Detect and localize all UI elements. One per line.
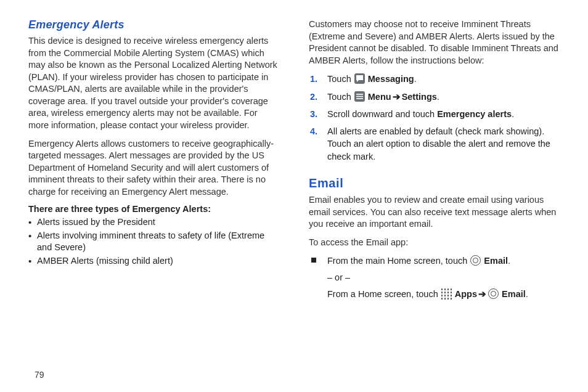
or-separator: – or – bbox=[327, 271, 560, 284]
step-bold: Emergency alerts bbox=[437, 109, 512, 119]
paragraph-email-1: Email enables you to review and create e… bbox=[309, 194, 560, 231]
list-item: Alerts issued by the President bbox=[28, 216, 279, 229]
paragraph-ea-2: Emergency Alerts allows customers to rec… bbox=[28, 138, 279, 198]
arrow-icon: ➔ bbox=[391, 92, 402, 102]
step-2: Touch Menu➔Settings. bbox=[309, 91, 560, 103]
email-icon bbox=[488, 288, 499, 299]
step-bold: Menu bbox=[368, 92, 391, 102]
item-text: . bbox=[508, 256, 510, 266]
disable-steps-list: Touch Messaging. Touch Menu➔Settings. Sc… bbox=[309, 73, 560, 168]
step-text: . bbox=[414, 74, 417, 84]
list-item: From the main Home screen, touch Email. … bbox=[309, 255, 560, 301]
paragraph-disable-intro: Customers may choose not to receive Immi… bbox=[309, 18, 560, 67]
step-4: All alerts are enabled by default (check… bbox=[309, 125, 560, 163]
step-text: Touch bbox=[327, 74, 354, 84]
heading-emergency-alerts: Emergency Alerts bbox=[28, 18, 279, 31]
page-number: 79 bbox=[35, 370, 560, 380]
item-bold: Apps bbox=[455, 289, 477, 299]
two-column-layout: Emergency Alerts This device is designed… bbox=[28, 18, 560, 366]
step-bold: Settings bbox=[402, 92, 437, 102]
item-text: From the main Home screen, touch bbox=[327, 256, 470, 266]
alert-types-list: Alerts issued by the President Alerts in… bbox=[28, 216, 279, 268]
list-item: Alerts involving imminent threats to saf… bbox=[28, 230, 279, 254]
left-column: Emergency Alerts This device is designed… bbox=[28, 18, 279, 366]
heading-email: Email bbox=[309, 176, 560, 190]
right-column: Customers may choose not to receive Immi… bbox=[309, 18, 560, 366]
item-alt-line: From a Home screen, touch Apps➔ Email. bbox=[327, 288, 560, 301]
email-access-list: From the main Home screen, touch Email. … bbox=[309, 255, 560, 304]
paragraph-email-2: To access the Email app: bbox=[309, 237, 560, 249]
step-1: Touch Messaging. bbox=[309, 73, 560, 85]
arrow-icon: ➔ bbox=[477, 289, 488, 299]
menu-icon bbox=[354, 91, 365, 102]
apps-icon bbox=[441, 288, 452, 299]
subheading-alert-types: There are three types of Emergency Alert… bbox=[28, 204, 279, 214]
step-text: . bbox=[512, 109, 514, 119]
email-icon bbox=[470, 255, 481, 266]
step-bold: Messaging bbox=[368, 74, 414, 84]
step-3: Scroll downward and touch Emergency aler… bbox=[309, 108, 560, 120]
step-text: Touch bbox=[327, 92, 354, 102]
paragraph-ea-1: This device is designed to receive wirel… bbox=[28, 35, 279, 132]
list-item: AMBER Alerts (missing child alert) bbox=[28, 255, 279, 267]
item-bold: Email bbox=[484, 256, 508, 266]
item-text: From a Home screen, touch bbox=[327, 289, 441, 299]
item-bold: Email bbox=[502, 289, 526, 299]
messaging-icon bbox=[354, 73, 365, 84]
step-text: Scroll downward and touch bbox=[327, 109, 437, 119]
item-text: . bbox=[526, 289, 528, 299]
step-text: . bbox=[437, 92, 439, 102]
step-text: All alerts are enabled by default (check… bbox=[327, 126, 550, 161]
